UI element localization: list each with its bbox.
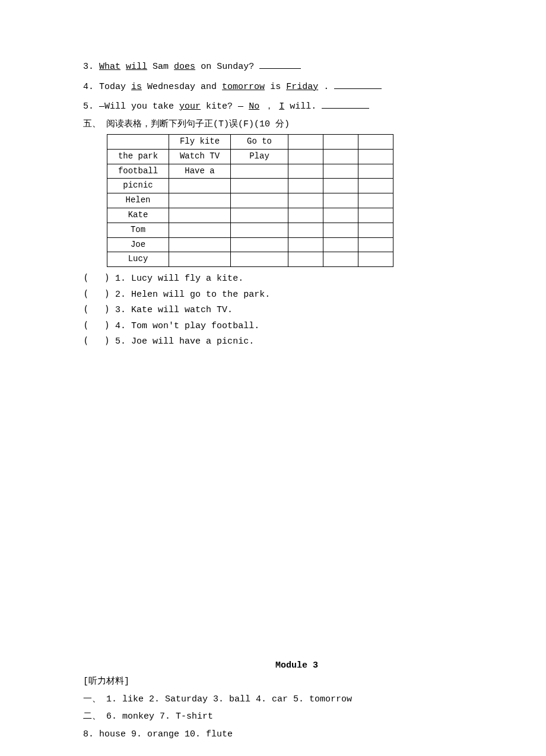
- q4-part4: tomorrow: [222, 82, 265, 92]
- table-cell: [358, 193, 393, 208]
- paren-open: (: [83, 272, 88, 283]
- table-cell: [288, 252, 323, 267]
- tf-text: 5. Joe will have a picnic.: [115, 336, 254, 347]
- table-cell: [323, 252, 358, 267]
- table-row: the park Watch TV Play: [107, 149, 393, 164]
- table-cell: Watch TV: [169, 149, 231, 164]
- table-cell: Lucy: [107, 252, 169, 267]
- q4-part1: Today: [99, 82, 131, 92]
- q3-part3: Sam: [153, 62, 174, 72]
- table-cell: [288, 179, 323, 193]
- table-cell: [231, 223, 288, 237]
- q4-part3: Wednesday and: [147, 82, 222, 92]
- question-4: 4. Today is Wednesday and tomorrow is Fr…: [83, 80, 510, 95]
- paren-close: ): [104, 304, 110, 315]
- table-row: Kate: [107, 208, 393, 223]
- table-cell: [323, 179, 358, 193]
- table-cell: [169, 193, 231, 208]
- table-row: Lucy: [107, 252, 393, 267]
- q3-part5: on Sunday?: [201, 62, 259, 72]
- table-cell: [169, 237, 231, 252]
- table-cell: picnic: [107, 179, 169, 193]
- table-row: picnic: [107, 179, 393, 193]
- table-cell: [358, 223, 393, 237]
- tf-text: 4. Tom won't play football.: [115, 321, 259, 331]
- tf-item-3: ( ) 3. Kate will watch TV.: [83, 302, 510, 318]
- table-cell: Tom: [107, 223, 169, 237]
- table-cell: [107, 135, 169, 150]
- table-cell: [288, 149, 323, 164]
- table-cell: [231, 164, 288, 179]
- tf-text: 2. Helen will go to the park.: [115, 290, 270, 300]
- answers-line-1: 一、 1. like 2. Saturday 3. ball 4. car 5.…: [83, 692, 510, 707]
- answers-line-2: 二、 6. monkey 7. T-shirt: [83, 709, 510, 725]
- document-page: 3. What will Sam does on Sunday? 4. Toda…: [0, 0, 546, 756]
- q4-part5: is: [270, 82, 286, 92]
- q3-part1: What: [99, 62, 120, 72]
- q3-part2: will: [126, 62, 147, 72]
- paren-close: ): [104, 335, 110, 346]
- tf-item-2: ( ) 2. Helen will go to the park.: [83, 287, 510, 303]
- q4-part6: Friday: [286, 82, 318, 92]
- table-cell: football: [107, 164, 169, 179]
- table-row: Tom: [107, 223, 393, 237]
- table-cell: [358, 208, 393, 223]
- table-cell: [169, 252, 231, 267]
- table-cell: [288, 164, 323, 179]
- table-cell: [323, 208, 358, 223]
- table-cell: [231, 179, 288, 193]
- q5-blank[interactable]: [322, 99, 369, 109]
- paren-open: (: [83, 335, 88, 346]
- table-cell: Joe: [107, 237, 169, 252]
- table-cell: [323, 135, 358, 150]
- table-cell: [169, 208, 231, 223]
- q4-blank[interactable]: [334, 80, 382, 89]
- paren-close: ): [104, 320, 110, 331]
- table-cell: Have a: [169, 164, 231, 179]
- table-cell: [288, 223, 323, 237]
- q5-part3: kite? —: [206, 101, 243, 112]
- table-cell: [323, 164, 358, 179]
- q5-part4: No: [249, 101, 259, 112]
- table-cell: [358, 164, 393, 179]
- paren-open: (: [83, 288, 88, 299]
- table-cell: [231, 208, 288, 223]
- table-cell: [358, 237, 393, 252]
- q5-part5: ，: [265, 101, 274, 112]
- table-row: Helen: [107, 193, 393, 208]
- q3-part4: does: [174, 62, 195, 72]
- paren-close: ): [104, 272, 110, 283]
- table-cell: the park: [107, 149, 169, 164]
- paren-close: ): [104, 288, 110, 299]
- table-cell: [169, 179, 231, 193]
- table-cell: [231, 252, 288, 267]
- answers-line-3: 8. house 9. orange 10. flute: [83, 727, 510, 742]
- table-cell: [288, 193, 323, 208]
- table-cell: [323, 237, 358, 252]
- table-cell: [358, 135, 393, 150]
- table-cell: [231, 237, 288, 252]
- table-row: Joe: [107, 237, 393, 252]
- paren-open: (: [83, 304, 88, 315]
- tf-item-5: ( ) 5. Joe will have a picnic.: [83, 333, 510, 350]
- table-row: Fly kite Go to: [107, 135, 393, 150]
- table-cell: [169, 223, 231, 237]
- table-cell: [358, 149, 393, 164]
- answers-block: [听力材料] 一、 1. like 2. Saturday 3. ball 4.…: [83, 674, 510, 742]
- q5-part7: will.: [290, 101, 316, 112]
- activity-table: Fly kite Go to the park Watch TV Play fo…: [107, 134, 393, 267]
- q3-blank[interactable]: [259, 59, 301, 69]
- table-cell: [358, 252, 393, 267]
- tf-text: 3. Kate will watch TV.: [115, 305, 233, 315]
- q5-part2: your: [179, 101, 201, 112]
- q3-num: 3.: [83, 62, 94, 72]
- question-3: 3. What will Sam does on Sunday?: [83, 59, 510, 75]
- table-cell: Fly kite: [169, 135, 231, 150]
- table-cell: [323, 223, 358, 237]
- answers-label: [听力材料]: [83, 674, 510, 690]
- table-row: football Have a: [107, 164, 393, 179]
- module-title: Module 3: [83, 658, 510, 674]
- table-cell: [288, 208, 323, 223]
- section-5-heading: 五、 阅读表格，判断下列句子正(T)误(F)(10 分): [83, 117, 510, 132]
- tf-item-4: ( ) 4. Tom won't play football.: [83, 318, 510, 334]
